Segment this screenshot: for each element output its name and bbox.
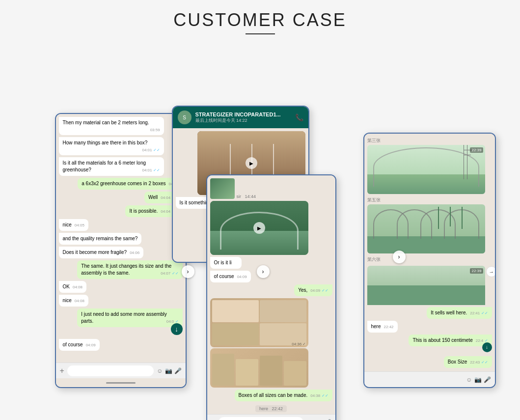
screenshot-3: sir 14:44 ▶ Or	[206, 174, 336, 420]
emoji-icon[interactable]: ☺	[157, 367, 163, 374]
msg-bubble: The same. It just changes its size and t…	[77, 260, 182, 279]
msg-bubble: How many things are there in this box?04…	[59, 137, 164, 155]
message-input-3[interactable]	[219, 417, 303, 420]
messages-area-4: 第三张 22:39 第五张	[364, 134, 495, 371]
contact-info-2: STRATEGIZER INCOPARATED1... 最后上线时间是今天 14…	[195, 112, 291, 124]
msg-bubble: Yes, 04:09 ✓✓	[294, 284, 332, 296]
mic-icon[interactable]: 🎤	[174, 367, 182, 374]
message-input[interactable]	[67, 365, 154, 376]
msg-bubble: nice 04:08	[59, 295, 88, 307]
msg-bubble: Is it all the materials for a 6 meter lo…	[59, 157, 164, 176]
msg-bubble: Boxes of all sizes can be made.04:38 ✓✓	[235, 390, 332, 401]
messages-area-3: sir 14:44 ▶ Or	[207, 175, 335, 414]
msg-bubble: Does it become more fragile?04:06	[59, 247, 144, 258]
msg-bubble: of course 04:09	[210, 271, 251, 282]
screenshot-4: 第三张 22:39 第五张	[363, 133, 496, 388]
nav-right-btn-3[interactable]: ›	[393, 251, 406, 263]
arch-image-2	[367, 204, 485, 253]
mic-icon-4[interactable]: 🎤	[484, 376, 491, 383]
plus-icon[interactable]: +	[60, 366, 64, 375]
there-label: here 22:42	[255, 405, 287, 412]
chat-icons: ☺ 📷 🎤	[157, 367, 181, 374]
contact-name-2: STRATEGIZER INCOPARATED1...	[195, 112, 291, 117]
msg-bubble: and the quality remains the same?	[59, 233, 142, 245]
phone-icon-2[interactable]: 📞	[295, 113, 303, 121]
msg-bubble: I just need to add some more assembly pa…	[77, 308, 182, 327]
chat-icons-4: ☺ 📷 🎤	[368, 376, 491, 383]
chat-header-2: S STRATEGIZER INCOPARATED1... 最后上线时间是今天 …	[173, 107, 308, 128]
msg-bubble: This is about 150 centimete 22:4 ✓ ↓	[409, 335, 492, 346]
nav-right-btn-2[interactable]: ›	[257, 265, 270, 278]
page-title: CUSTOMER CASE	[173, 10, 346, 30]
msg-bubble: here 22:42	[367, 321, 398, 333]
msg-bubble: nice 04:05	[59, 219, 88, 231]
section-label-3: 第三张	[367, 137, 492, 145]
messages-area-1: Then my material can be 2 meters long.03…	[56, 114, 186, 363]
camera-icon-4[interactable]: 📷	[474, 376, 482, 383]
screenshot-1: Then my material can be 2 meters long.03…	[55, 113, 187, 388]
play-button[interactable]: ▶	[246, 157, 257, 169]
avatar-2: S	[178, 111, 192, 124]
section-label-5: 第五张	[367, 196, 492, 204]
arch-image-1: 22:39	[367, 145, 485, 194]
chat-input-bar-1[interactable]: + ☺ 📷 🎤	[56, 363, 186, 378]
plus-icon-3[interactable]: +	[211, 418, 216, 420]
emoji-icon-4[interactable]: ☺	[466, 376, 472, 383]
msg-bubble: OK 04:08	[59, 281, 86, 293]
forward-icon[interactable]: →	[486, 266, 495, 277]
arch-image-3: 22:39	[367, 266, 485, 305]
home-indicator	[56, 378, 186, 387]
title-underline	[246, 33, 275, 34]
chat-input-bar-3[interactable]: + ☺ 📷 🎤	[207, 414, 335, 420]
home-bar	[106, 382, 136, 384]
play-button-3[interactable]: ▶	[253, 222, 265, 234]
camera-icon[interactable]: 📷	[165, 367, 172, 374]
msg-bubble: Then my material can be 2 meters long.03…	[59, 117, 164, 135]
screenshots-container: Then my material can be 2 meters long.03…	[20, 59, 501, 403]
msg-bubble: Box Size 22:43 ✓✓	[444, 356, 492, 368]
msg-bubble: of course 04:09	[59, 339, 100, 351]
nav-right-btn-1[interactable]: ›	[182, 265, 194, 278]
msg-bubble: It sells well here. 22:41 ✓✓	[427, 307, 492, 319]
msg-bubble: a 6x3x2 greenhouse comes in 2 boxes04:03	[78, 178, 182, 190]
msg-bubble: Or is it li...	[210, 257, 242, 269]
section-label-6: 第六张	[367, 255, 492, 264]
chat-input-bar-4[interactable]: ☺ 📷 🎤	[364, 371, 495, 387]
contact-status-2: 最后上线时间是今天 14:22	[195, 117, 291, 124]
